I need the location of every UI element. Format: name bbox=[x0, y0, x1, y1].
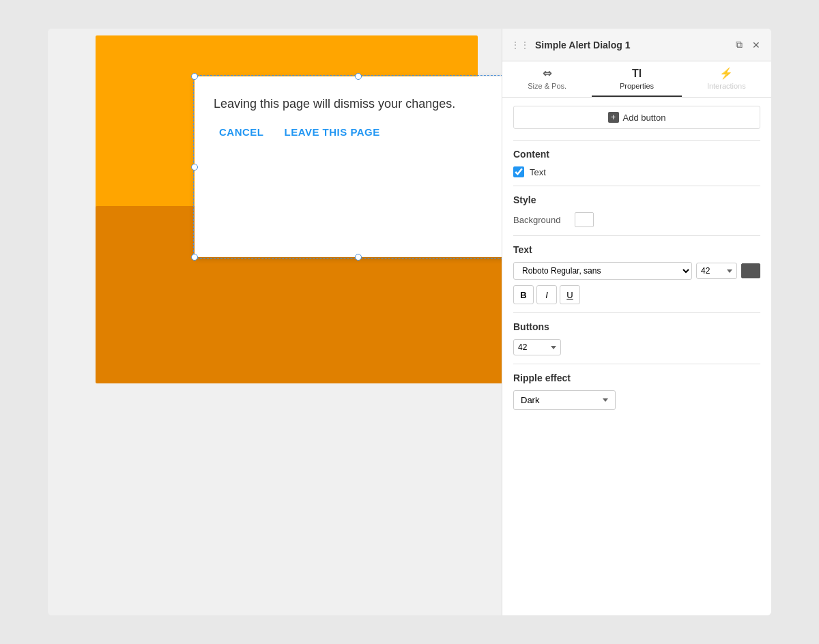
plus-icon: + bbox=[608, 112, 619, 123]
panel-header-icons: ⧉ ✕ bbox=[733, 38, 763, 52]
handle-bottom-left[interactable] bbox=[191, 254, 198, 261]
right-panel: ⋮⋮ Simple Alert Dialog 1 ⧉ ✕ ⇔ Size & Po… bbox=[502, 29, 771, 615]
text-section-title: Text bbox=[513, 244, 760, 255]
text-color-swatch[interactable] bbox=[741, 263, 760, 278]
tab-interactions-label: Interactions bbox=[707, 82, 746, 90]
tab-size-pos[interactable]: ⇔ Size & Pos. bbox=[502, 61, 592, 97]
close-icon[interactable]: ✕ bbox=[749, 38, 763, 52]
divider-content bbox=[513, 140, 760, 141]
panel-title: Simple Alert Dialog 1 bbox=[535, 40, 631, 50]
divider-buttons bbox=[513, 312, 760, 313]
tab-interactions: ⚡ Interactions bbox=[682, 61, 771, 97]
leave-page-button[interactable]: LEAVE THIS PAGE bbox=[285, 126, 380, 138]
font-row: Roboto Regular, sans 42 bbox=[513, 262, 760, 280]
text-checkbox-row: Text bbox=[513, 166, 760, 177]
dialog-message: Leaving this page will dismiss your chan… bbox=[214, 96, 503, 113]
divider-text bbox=[513, 235, 760, 236]
properties-icon: TI bbox=[632, 68, 642, 80]
font-family-select[interactable]: Roboto Regular, sans bbox=[513, 262, 692, 280]
divider-ripple bbox=[513, 364, 760, 364]
buttons-size-row: 42 bbox=[513, 339, 760, 355]
background-row: Background bbox=[513, 212, 760, 227]
add-button-label: Add button bbox=[623, 113, 666, 123]
main-container: Leaving this page will dismiss your chan… bbox=[48, 29, 771, 615]
size-pos-icon: ⇔ bbox=[543, 67, 551, 80]
buttons-size-select[interactable]: 42 bbox=[513, 339, 561, 355]
buttons-section: Buttons 42 bbox=[513, 321, 760, 355]
panel-header: ⋮⋮ Simple Alert Dialog 1 ⧉ ✕ bbox=[502, 29, 771, 61]
handle-top-center[interactable] bbox=[355, 73, 362, 80]
panel-body: + Add button Content Text Style Backgrou… bbox=[502, 98, 771, 615]
alert-dialog-canvas[interactable]: Leaving this page will dismiss your chan… bbox=[195, 76, 522, 257]
interactions-icon: ⚡ bbox=[719, 67, 733, 80]
tab-properties-label: Properties bbox=[620, 82, 654, 90]
text-format-row: B I U bbox=[513, 285, 760, 304]
style-section-title: Style bbox=[513, 194, 760, 205]
dialog-buttons: CANCEL LEAVE THIS PAGE bbox=[214, 126, 503, 138]
panel-title-row: ⋮⋮ Simple Alert Dialog 1 bbox=[511, 40, 631, 50]
handle-top-left[interactable] bbox=[191, 73, 198, 80]
divider-style bbox=[513, 186, 760, 186]
background-color-swatch[interactable] bbox=[575, 212, 594, 227]
font-size-select[interactable]: 42 bbox=[696, 263, 737, 279]
add-button[interactable]: + Add button bbox=[513, 106, 760, 129]
buttons-section-title: Buttons bbox=[513, 321, 760, 332]
maximize-icon[interactable]: ⧉ bbox=[733, 38, 745, 52]
tab-properties[interactable]: TI Properties bbox=[592, 61, 681, 97]
dialog-content: Leaving this page will dismiss your chan… bbox=[195, 76, 522, 149]
drag-handle-icon[interactable]: ⋮⋮ bbox=[511, 40, 530, 50]
tab-size-pos-label: Size & Pos. bbox=[528, 82, 566, 90]
background-label: Background bbox=[513, 215, 568, 225]
underline-button[interactable]: U bbox=[560, 285, 580, 304]
text-checkbox-label: Text bbox=[530, 167, 546, 177]
ripple-section-title: Ripple effect bbox=[513, 372, 760, 383]
cancel-button[interactable]: CANCEL bbox=[219, 126, 264, 138]
handle-bottom-center[interactable] bbox=[355, 254, 362, 261]
bold-button[interactable]: B bbox=[513, 285, 534, 304]
ripple-select[interactable]: Dark Light None bbox=[513, 390, 616, 410]
canvas-area: Leaving this page will dismiss your chan… bbox=[48, 29, 526, 615]
handle-mid-left[interactable] bbox=[191, 164, 198, 171]
text-checkbox[interactable] bbox=[513, 166, 524, 177]
content-section-title: Content bbox=[513, 149, 760, 160]
italic-button[interactable]: I bbox=[536, 285, 557, 304]
panel-tabs: ⇔ Size & Pos. TI Properties ⚡ Interactio… bbox=[502, 61, 771, 98]
